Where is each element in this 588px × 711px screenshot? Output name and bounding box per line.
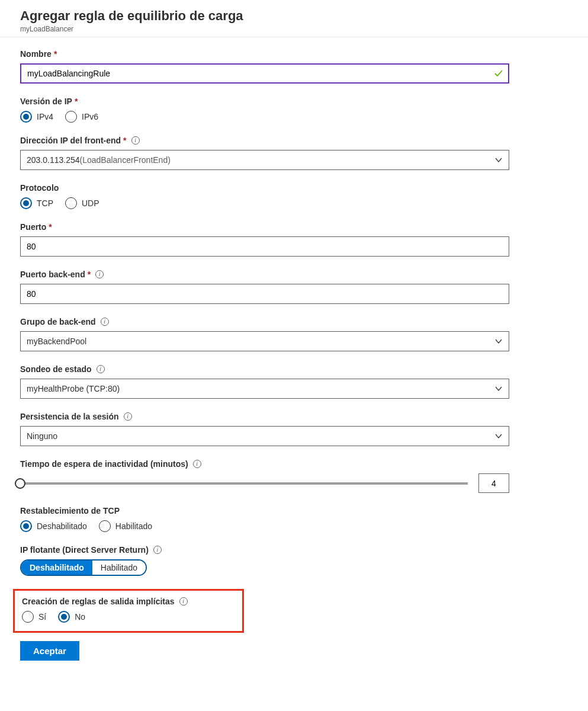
tcp-reset-disabled-radio[interactable]: Deshabilitado — [20, 520, 87, 532]
tcp-reset-enabled-radio[interactable]: Habilitado — [99, 520, 152, 532]
chevron-down-icon — [494, 385, 503, 393]
ipv4-radio[interactable]: IPv4 — [20, 111, 53, 123]
field-session-persistence: Persistencia de la sesión i Ninguno — [20, 412, 568, 446]
page-title: Agregar regla de equilibrio de carga — [20, 8, 568, 24]
resource-subtitle: myLoadBalancer — [20, 25, 568, 33]
info-icon[interactable]: i — [131, 136, 140, 145]
outbound-no-radio[interactable]: No — [58, 611, 85, 623]
chevron-down-icon — [494, 156, 503, 164]
field-health-probe: Sondeo de estado i myHealthProbe (TCP:80… — [20, 364, 568, 399]
floating-ip-disabled-option[interactable]: Deshabilitado — [21, 561, 92, 575]
udp-radio[interactable]: UDP — [65, 197, 99, 209]
tcp-reset-label: Restablecimiento de TCP — [20, 506, 568, 515]
outbound-yes-radio[interactable]: Sí — [22, 611, 46, 623]
info-icon[interactable]: i — [95, 270, 104, 278]
health-probe-select[interactable]: myHealthProbe (TCP:80) — [20, 379, 509, 399]
chevron-down-icon — [494, 432, 503, 440]
persistence-select[interactable]: Ninguno — [20, 426, 509, 446]
field-ip-version: Versión de IP * IPv4 IPv6 — [20, 97, 568, 123]
port-label: Puerto * — [20, 222, 568, 232]
ip-version-label: Versión de IP * — [20, 97, 568, 106]
backend-group-label: Grupo de back-end i — [20, 317, 568, 326]
name-label: Nombre * — [20, 49, 568, 59]
field-tcp-reset: Restablecimiento de TCP Deshabilitado Ha… — [20, 506, 568, 532]
floating-ip-toggle[interactable]: Deshabilitado Habilitado — [20, 559, 147, 576]
info-icon[interactable]: i — [193, 460, 201, 468]
field-frontend-ip: Dirección IP del front-end * i 203.0.113… — [20, 136, 568, 170]
tcp-radio[interactable]: TCP — [20, 197, 53, 209]
outbound-rules-highlight: Creación de reglas de salida implícitas … — [13, 589, 244, 633]
backend-group-select[interactable]: myBackendPool — [20, 331, 509, 351]
info-icon[interactable]: i — [179, 597, 188, 606]
field-port: Puerto * — [20, 222, 568, 257]
idle-timeout-value[interactable] — [478, 473, 509, 493]
panel-header: Agregar regla de equilibrio de carga myL… — [0, 0, 588, 37]
field-name: Nombre * — [20, 49, 568, 84]
frontend-ip-select[interactable]: 203.0.113.254(LoadBalancerFrontEnd) — [20, 150, 509, 170]
field-floating-ip: IP flotante (Direct Server Return) i Des… — [20, 545, 568, 576]
ipv6-radio[interactable]: IPv6 — [65, 111, 98, 123]
field-backend-port: Puerto back-end * i — [20, 270, 568, 304]
info-icon[interactable]: i — [124, 412, 132, 421]
info-icon[interactable]: i — [101, 318, 109, 326]
protocol-label: Protocolo — [20, 183, 568, 193]
checkmark-icon — [494, 69, 503, 78]
backend-port-label: Puerto back-end * i — [20, 270, 568, 279]
field-outbound-rules: Creación de reglas de salida implícitas … — [22, 597, 235, 623]
accept-button[interactable]: Aceptar — [20, 641, 79, 661]
chevron-down-icon — [494, 337, 503, 345]
frontend-ip-label: Dirección IP del front-end * i — [20, 136, 568, 145]
health-probe-label: Sondeo de estado i — [20, 364, 568, 374]
idle-timeout-slider[interactable] — [20, 482, 468, 485]
slider-thumb[interactable] — [15, 478, 25, 489]
info-icon[interactable]: i — [97, 365, 105, 373]
field-backend-group: Grupo de back-end i myBackendPool — [20, 317, 568, 351]
backend-port-input[interactable] — [20, 284, 509, 304]
idle-timeout-label: Tiempo de espera de inactividad (minutos… — [20, 459, 568, 469]
port-input[interactable] — [20, 236, 509, 257]
name-input[interactable] — [20, 63, 509, 84]
field-idle-timeout: Tiempo de espera de inactividad (minutos… — [20, 459, 568, 493]
field-protocol: Protocolo TCP UDP — [20, 183, 568, 209]
floating-ip-enabled-option[interactable]: Habilitado — [92, 561, 146, 575]
outbound-rules-label: Creación de reglas de salida implícitas … — [22, 597, 235, 606]
persistence-label: Persistencia de la sesión i — [20, 412, 568, 421]
floating-ip-label: IP flotante (Direct Server Return) i — [20, 545, 568, 555]
info-icon[interactable]: i — [153, 546, 162, 554]
